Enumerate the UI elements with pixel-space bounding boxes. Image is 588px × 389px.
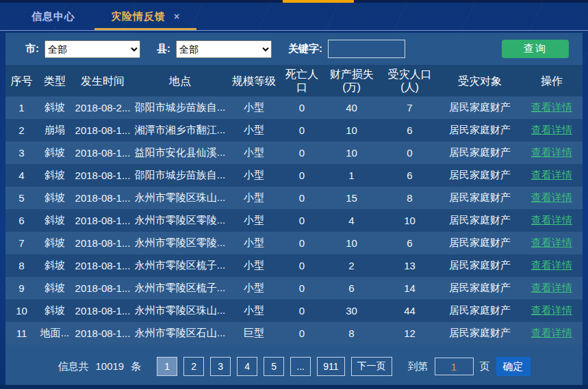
page-button[interactable]: 911 [317,357,344,376]
keyword-input[interactable] [328,40,405,58]
cell-affected: 10 [381,209,439,232]
cell-scale: 小型 [227,187,281,209]
cell-time: 2018-08-1... [72,142,133,164]
cell-time: 2018-08-1... [72,232,133,254]
view-details-link[interactable]: 查看详情 [531,191,572,204]
cell-scale: 小型 [227,232,281,254]
pagination-pages: 12345...911下一页 [157,357,392,376]
bottom-strip [0,385,588,389]
cell-scale: 小型 [227,209,281,232]
cell-deaths: 0 [281,187,322,209]
cell-affected: 12 [381,322,439,345]
pagination-bar: 信息共 10019 条 12345...911下一页 到第 页 确定 [5,351,583,385]
page-button[interactable]: 1 [157,357,177,376]
tab-label: 信息中心 [31,10,75,23]
view-details-link[interactable]: 查看详情 [531,101,572,114]
page-button[interactable]: 3 [210,357,231,376]
cell-deaths: 0 [281,164,322,187]
cell-type: 斜坡 [38,277,72,299]
close-icon[interactable]: × [174,11,180,22]
view-details-link[interactable]: 查看详情 [531,214,572,227]
cell-affected: 6 [381,164,439,187]
cell-target: 居民家庭财产 [439,142,521,164]
cell-action: 查看详情 [521,299,583,322]
table-row: 7 斜坡 2018-08-1... 永州市零陵区零陵... 小型 0 10 6 … [5,232,583,254]
cell-time: 2018-08-1... [72,209,133,232]
cell-target: 居民家庭财产 [439,254,521,277]
total-prefix: 信息共 [57,360,88,373]
page-button[interactable]: 5 [264,357,284,376]
cell-loss: 30 [322,299,381,322]
cell-no: 4 [5,164,38,187]
cell-type: 斜坡 [38,96,72,119]
goto-page-input[interactable] [435,358,474,375]
cell-affected: 6 [381,119,439,142]
cell-action: 查看详情 [521,277,583,299]
view-details-link[interactable]: 查看详情 [531,146,572,159]
cell-place: 永州市零陵区梳子... [133,254,227,277]
cell-time: 2018-08-1... [72,254,133,277]
page-button[interactable]: ... [290,357,311,376]
cell-type: 斜坡 [38,209,72,232]
cell-target: 居民家庭财产 [439,209,521,232]
view-details-link[interactable]: 查看详情 [531,327,572,340]
confirm-button[interactable]: 确定 [496,357,531,376]
view-details-link[interactable]: 查看详情 [531,237,572,250]
cell-time: 2018-08-1... [72,277,133,299]
cell-loss: 6 [322,277,381,299]
view-details-link[interactable]: 查看详情 [531,304,572,317]
view-details-link[interactable]: 查看详情 [531,259,572,272]
city-select[interactable]: 全部 [44,40,140,58]
goto-label: 到第 [408,360,429,373]
cell-place: 永州市零陵区零陵... [133,232,227,254]
total-count: 信息共 10019 条 [57,360,141,373]
table-row: 4 斜坡 2018-08-1... 邵阳市城步苗族自... 小型 0 1 6 居… [5,164,583,187]
column-header: 序号 [5,65,38,96]
county-label: 县: [157,42,170,55]
cell-affected: 44 [381,299,439,322]
cell-target: 居民家庭财产 [439,164,521,187]
column-header: 地点 [133,65,227,96]
cell-type: 斜坡 [38,299,72,322]
table-row: 1 斜坡 2018-08-2... 邵阳市城步苗族自... 小型 0 40 7 … [5,96,583,119]
cell-loss: 15 [322,187,381,209]
cell-deaths: 0 [281,322,322,345]
cell-type: 斜坡 [38,232,72,254]
cell-loss: 10 [322,232,381,254]
next-page-button[interactable]: 下一页 [351,357,392,376]
cell-time: 2018-08-1... [72,322,133,345]
view-details-link[interactable]: 查看详情 [531,282,572,295]
table-row: 11 地面... 2018-08-1... 永州市零陵区石山... 巨型 0 8… [5,322,583,345]
cell-place: 永州市零陵区零陵... [133,209,227,232]
cell-no: 8 [5,254,38,277]
view-details-link[interactable]: 查看详情 [531,124,572,137]
cell-target: 居民家庭财产 [439,299,521,322]
search-button[interactable]: 查询 [502,40,569,58]
cell-action: 查看详情 [521,119,583,142]
page-button[interactable]: 4 [237,357,257,376]
total-suffix: 条 [131,360,141,373]
cell-place: 湘潭市湘乡市翻江... [133,119,227,142]
app-window: 信息中心 灾险情反馈 × 市: 全部 县: 全部 关键字: 查询 序号类型发生时… [0,0,588,389]
tab-info-center[interactable]: 信息中心 [14,3,93,30]
column-header: 受灾对象 [439,65,521,96]
cell-target: 居民家庭财产 [439,96,521,119]
cell-deaths: 0 [281,254,322,277]
cell-loss: 2 [322,254,381,277]
total-number: 10019 [95,360,124,373]
cell-scale: 小型 [227,142,281,164]
cell-no: 2 [5,119,38,142]
table-row: 3 斜坡 2018-08-1... 益阳市安化县仙溪... 小型 0 10 0 … [5,142,583,164]
table-row: 8 斜坡 2018-08-1... 永州市零陵区梳子... 小型 0 2 13 … [5,254,583,277]
cell-loss: 8 [322,322,381,345]
cell-loss: 10 [322,142,381,164]
cell-time: 2018-08-1... [72,119,133,142]
table-row: 2 崩塌 2018-08-1... 湘潭市湘乡市翻江... 小型 0 10 6 … [5,119,583,142]
view-details-link[interactable]: 查看详情 [531,169,572,182]
cell-deaths: 0 [281,96,322,119]
county-select[interactable]: 全部 [176,40,272,58]
cell-no: 10 [5,299,38,322]
page-button[interactable]: 2 [183,357,204,376]
table-empty-area [5,345,583,351]
tab-disaster-feedback[interactable]: 灾险情反馈 × [93,3,198,30]
